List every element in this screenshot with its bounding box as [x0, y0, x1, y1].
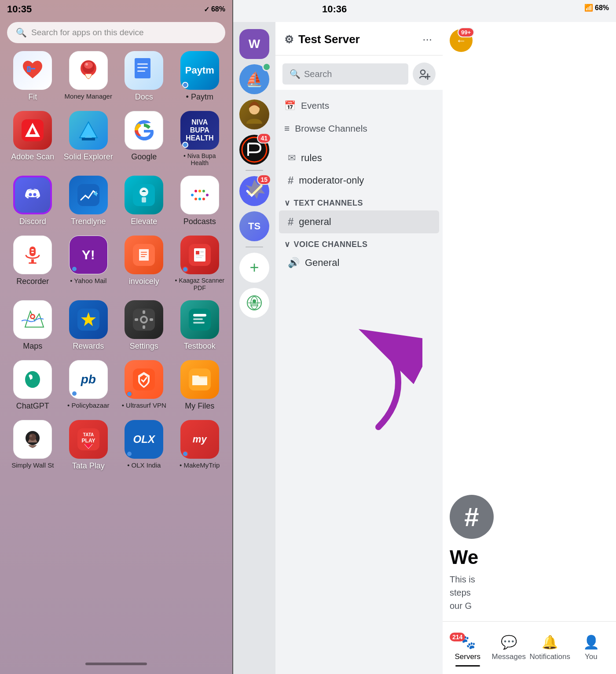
server-divider — [246, 170, 263, 171]
home-indicator-left — [85, 663, 147, 665]
app-label-policybazaar: • Policybazaar — [67, 401, 109, 409]
app-icon-rewards — [69, 300, 108, 339]
app-item-money-manager[interactable]: Money Manager — [63, 51, 114, 102]
server-icon-ts[interactable]: TS — [239, 211, 269, 241]
app-icon-kaagaz — [180, 236, 219, 274]
nav-item-servers[interactable]: 🐾 214 Servers — [447, 634, 488, 661]
more-options-button[interactable]: ··· — [421, 31, 434, 48]
messages-nav-label: Messages — [492, 652, 526, 661]
app-item-adobe-scan[interactable]: Adobe Scan — [7, 111, 59, 167]
app-item-makemytrip[interactable]: my • MakeMyTrip — [174, 420, 226, 471]
app-label-chatgpt: ChatGPT — [16, 401, 49, 411]
app-label-niva-bupa: • Niva Bupa Health — [174, 152, 226, 167]
envelope-icon: ✉ — [288, 152, 296, 164]
svg-rect-21 — [142, 197, 146, 203]
channel-list: 📅 Events ≡ Browse Channels ✉ rules # mod… — [275, 90, 443, 674]
app-item-myfiles[interactable]: My Files — [174, 360, 226, 411]
app-label-settings: Settings — [130, 342, 158, 351]
app-icon-discord — [13, 176, 52, 214]
plus-icon: + — [249, 258, 259, 277]
app-icon-podcasts — [180, 176, 219, 214]
svg-rect-36 — [31, 252, 34, 253]
app-label-podcasts: Podcasts — [183, 217, 216, 227]
channel-item-moderator[interactable]: # moderator-only — [279, 169, 439, 192]
svg-point-15 — [29, 193, 32, 196]
app-item-docs[interactable]: Docs — [118, 51, 170, 102]
app-search-bar[interactable]: 🔍 Search for apps on this device — [7, 22, 225, 43]
status-icons-right: 📶 68% — [584, 4, 609, 12]
browse-icon: ≡ — [284, 123, 290, 134]
app-item-testbook[interactable]: Testbook — [174, 300, 226, 351]
nav-item-you[interactable]: 👤 You — [571, 634, 612, 661]
svg-point-50 — [31, 315, 34, 318]
app-icon-fit — [13, 51, 52, 90]
app-item-yahoo-mail[interactable]: Y! • Yahoo Mail — [63, 236, 114, 292]
app-item-fit[interactable]: Fit — [7, 51, 59, 102]
server-header: ⚙ Test Server ··· — [275, 22, 443, 55]
server-icon-check[interactable]: 15 — [239, 176, 269, 206]
app-icon-recorder — [13, 236, 52, 274]
server-icon-p[interactable]: 41 — [239, 135, 269, 165]
channel-item-voice-general[interactable]: 🔊 General — [279, 252, 439, 274]
app-item-olx[interactable]: OLX • OLX India — [118, 420, 170, 471]
back-button-badge: 99+ — [458, 27, 474, 37]
status-bar-left: 10:35 ✓ 68% — [0, 0, 232, 18]
app-item-ultrasurf[interactable]: • Ultrasurf VPN — [118, 360, 170, 411]
back-button[interactable]: ← 99+ — [450, 29, 473, 52]
app-icon-adobe-scan — [13, 111, 52, 150]
events-item[interactable]: 📅 Events — [275, 94, 443, 117]
discover-servers-button[interactable] — [239, 288, 269, 318]
app-item-settings[interactable]: Settings — [118, 300, 170, 351]
svg-rect-62 — [193, 318, 203, 320]
nav-item-notifications[interactable]: 🔔 Notifications — [529, 634, 571, 661]
app-label-rewards: Rewards — [73, 342, 104, 351]
gear-icon: ⚙ — [284, 33, 294, 46]
app-icon-invoicely — [125, 236, 163, 274]
voice-channels-header[interactable]: ∨ Voice Channels — [275, 233, 443, 252]
svg-point-28 — [194, 198, 197, 200]
nav-item-messages[interactable]: 💬 Messages — [488, 634, 530, 661]
text-channels-header[interactable]: ∨ Text Channels — [275, 192, 443, 210]
add-member-button[interactable] — [413, 63, 436, 85]
you-nav-label: You — [585, 652, 598, 661]
app-item-paytm[interactable]: Paytm • Paytm — [174, 51, 226, 102]
svg-point-78 — [253, 299, 256, 303]
app-item-elevate[interactable]: Elevate — [118, 176, 170, 227]
browse-channels-item[interactable]: ≡ Browse Channels — [275, 117, 443, 140]
server-badge-p: 41 — [257, 133, 271, 144]
text-channels-label: Text Channels — [294, 199, 363, 208]
server-icon-jesus[interactable] — [239, 99, 269, 129]
app-item-policybazaar[interactable]: pb • Policybazaar — [63, 360, 114, 411]
app-item-invoicely[interactable]: invoicely — [118, 236, 170, 292]
server-title-area: ⚙ Test Server — [284, 33, 360, 46]
app-item-chatgpt[interactable]: ChatGPT — [7, 360, 59, 411]
app-item-podcasts[interactable]: Podcasts — [174, 176, 226, 227]
app-item-trendlyne[interactable]: Trendlyne — [63, 176, 114, 227]
hash-icon-general: # — [288, 216, 293, 228]
app-label-adobe-scan: Adobe Scan — [11, 152, 54, 162]
channel-item-rules[interactable]: ✉ rules — [279, 147, 439, 169]
app-item-maps[interactable]: Maps — [7, 300, 59, 351]
channel-search-box[interactable]: 🔍 Search — [282, 63, 408, 85]
app-icon-chatgpt — [13, 360, 52, 399]
servers-badge: 214 — [450, 633, 465, 641]
search-icon: 🔍 — [16, 27, 27, 38]
app-icon-solid-explorer — [69, 111, 108, 150]
app-item-discord[interactable]: Discord — [7, 176, 59, 227]
add-server-button[interactable]: + — [239, 253, 269, 283]
app-item-niva-bupa[interactable]: NIVA BUPA HEALTH • Niva Bupa Health — [174, 111, 226, 167]
app-label-tataplay: Tata Play — [72, 461, 105, 471]
app-item-kaagaz[interactable]: • Kaagaz Scanner PDF — [174, 236, 226, 292]
app-item-recorder[interactable]: Recorder — [7, 236, 59, 292]
channel-search-area: 🔍 Search — [275, 55, 443, 90]
app-item-tataplay[interactable]: TATA PLAY Tata Play — [63, 420, 114, 471]
app-item-google[interactable]: Google — [118, 111, 170, 167]
app-item-rewards[interactable]: Rewards — [63, 300, 114, 351]
app-item-simplywall[interactable]: Simply Wall St — [7, 420, 59, 471]
server-badge-check: 15 — [257, 174, 271, 185]
server-icon-sailboat[interactable]: ⛵ — [239, 64, 269, 94]
svg-rect-58 — [135, 318, 138, 321]
app-item-solid-explorer[interactable]: Solid Explorer — [63, 111, 114, 167]
channel-item-general[interactable]: # general — [279, 210, 439, 233]
server-icon-w[interactable]: W — [239, 29, 269, 59]
